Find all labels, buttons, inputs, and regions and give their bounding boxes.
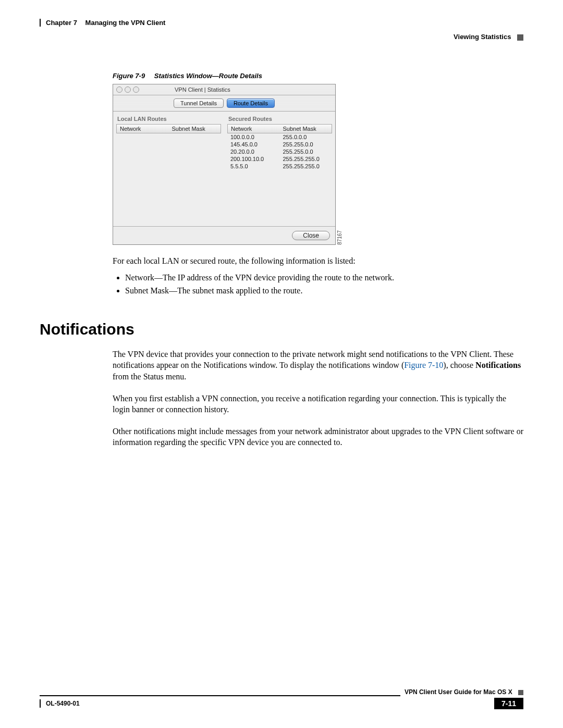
running-head-right: Viewing Statistics [40, 33, 523, 41]
window-titlebar: VPN Client | Statistics [113, 84, 335, 95]
local-col-mask[interactable]: Subnet Mask [169, 125, 221, 133]
tab-route-details[interactable]: Route Details [227, 98, 275, 108]
secured-col-mask[interactable]: Subnet Mask [280, 125, 332, 133]
secured-pane: Secured Routes Network Subnet Mask 100.0… [224, 112, 335, 226]
guide-title: VPN Client User Guide for Mac OS X [405, 688, 512, 696]
cell-network: 5.5.5.0 [227, 163, 280, 170]
image-id: 87167 [337, 230, 342, 245]
traffic-lights[interactable] [116, 87, 139, 93]
paragraph-notifications-3: Other notifications might include messag… [113, 426, 523, 448]
cell-mask: 255.255.255.0 [280, 155, 333, 163]
cell-mask: 255.0.0.0 [280, 133, 333, 141]
cell-mask: 255.255.0.0 [280, 148, 333, 155]
zoom-window-icon[interactable] [133, 87, 139, 93]
cell-mask: 255.255.255.0 [280, 163, 333, 170]
cell-network: 20.20.0.0 [227, 148, 280, 155]
local-lan-pane: Local LAN Routes Network Subnet Mask [113, 112, 224, 226]
bullet-network: Network—The IP address of the VPN device… [125, 271, 523, 285]
chapter-number: Chapter 7 [46, 19, 77, 27]
bold-menu-item: Notifications [475, 361, 521, 369]
section-name: Viewing Statistics [454, 33, 511, 41]
local-header-row: Network Subnet Mask [116, 124, 221, 133]
local-col-network[interactable]: Network [117, 125, 169, 133]
running-head-left: Chapter 7 Managing the VPN Client [40, 19, 523, 27]
header-marker-icon [517, 34, 523, 41]
secured-title: Secured Routes [227, 115, 332, 124]
heading-notifications: Notifications [40, 320, 523, 338]
figure-title: Statistics Window—Route Details [154, 72, 262, 80]
paragraph-intro: For each local LAN or secured route, the… [113, 255, 523, 267]
figure-caption: Figure 7-9 Statistics Window—Route Detai… [113, 72, 523, 80]
cell-network: 100.0.0.0 [227, 133, 280, 141]
local-lan-title: Local LAN Routes [116, 115, 221, 124]
secured-header-row: Network Subnet Mask [227, 124, 332, 133]
window-title: VPN Client | Statistics [175, 87, 230, 93]
bullet-subnet: Subnet Mask—The subnet mask applied to t… [125, 284, 523, 298]
tab-tunnel-details[interactable]: Tunnel Details [174, 98, 224, 108]
doc-number: OL-5490-01 [46, 700, 491, 707]
close-window-icon[interactable] [116, 87, 123, 93]
tab-bar: Tunnel Details Route Details [113, 95, 335, 112]
footer-marker-icon [518, 690, 523, 695]
figure-number: Figure 7-9 [113, 72, 145, 80]
text-span: ), choose [443, 361, 475, 369]
paragraph-notifications-2: When you first establish a VPN connectio… [113, 393, 523, 415]
cell-network: 200.100.10.0 [227, 155, 280, 163]
secured-col-network[interactable]: Network [228, 125, 280, 133]
table-row[interactable]: 5.5.5.0 255.255.255.0 [227, 163, 332, 170]
table-row[interactable]: 20.20.0.0 255.255.0.0 [227, 148, 332, 155]
close-button[interactable]: Close [292, 231, 330, 240]
page-number: 7-11 [494, 698, 523, 709]
text-span: from the Status menu. [113, 372, 186, 381]
footer-rule-icon [40, 699, 41, 708]
table-row[interactable]: 145.45.0.0 255.255.0.0 [227, 141, 332, 148]
cell-network: 145.45.0.0 [227, 141, 280, 148]
figure-ref-link[interactable]: Figure 7-10 [404, 361, 443, 369]
cell-mask: 255.255.0.0 [280, 141, 333, 148]
bullet-list: Network—The IP address of the VPN device… [113, 271, 523, 298]
minimize-window-icon[interactable] [125, 87, 131, 93]
tab-route-details-label: Route Details [234, 100, 268, 106]
table-row[interactable]: 200.100.10.0 255.255.255.0 [227, 155, 332, 163]
paragraph-notifications-1: The VPN device that provides your connec… [113, 349, 523, 382]
screenshot: VPN Client | Statistics Tunnel Details R… [113, 84, 523, 245]
page-footer: VPN Client User Guide for Mac OS X OL-54… [40, 688, 523, 709]
table-row[interactable]: 100.0.0.0 255.0.0.0 [227, 133, 332, 141]
chapter-title: Managing the VPN Client [85, 19, 166, 27]
